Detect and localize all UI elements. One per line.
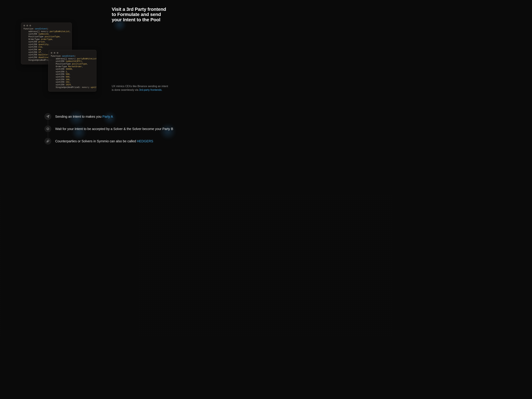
step-connector	[48, 133, 48, 137]
code-window-example: function sendIntent( address[] memory pa…	[48, 50, 96, 92]
step-text-pre: Sending an Intent to makes you	[55, 115, 102, 118]
step-item: Counterparties or Solvers in Symmio can …	[44, 137, 173, 145]
window-traffic-lights	[21, 23, 72, 27]
code-body: function sendIntent( address[] memory pa…	[48, 54, 96, 91]
steps-list: Sending an Intent to makes you Party A W…	[44, 113, 173, 145]
hero-title: Visit a 3rd Party frontend to Formulate …	[112, 7, 168, 22]
hero-description: UX mimics CEXs like Binance sending an i…	[112, 84, 168, 92]
step-text: Sending an Intent to makes you Party A	[55, 115, 113, 119]
send-icon	[44, 113, 51, 120]
step-text-pre: Counterparties or Solvers in Symmio can …	[55, 139, 137, 143]
step-item: Wait for your Intent to be accepted by a…	[44, 125, 173, 133]
step-item: Sending an Intent to makes you Party A	[44, 113, 173, 120]
step-connector	[48, 120, 48, 125]
traffic-dot-icon	[54, 52, 55, 54]
step-text-highlight: Party A	[102, 115, 113, 118]
step-text-highlight: HEDGERS	[137, 139, 153, 143]
window-traffic-lights	[48, 50, 96, 54]
step-text-pre: Wait for your Intent to be accepted by a…	[55, 127, 173, 131]
hero-desc-highlight: 3rd-party frontends.	[139, 89, 162, 91]
traffic-dot-icon	[29, 25, 31, 26]
step-text: Wait for your Intent to be accepted by a…	[55, 127, 173, 131]
feather-icon	[44, 138, 51, 145]
svg-line-1	[47, 141, 49, 142]
check-circle-icon	[44, 126, 51, 132]
traffic-dot-icon	[23, 25, 25, 26]
svg-point-0	[47, 128, 49, 130]
traffic-dot-icon	[26, 25, 28, 26]
traffic-dot-icon	[51, 52, 52, 54]
traffic-dot-icon	[57, 52, 58, 54]
step-text: Counterparties or Solvers in Symmio can …	[55, 139, 153, 143]
